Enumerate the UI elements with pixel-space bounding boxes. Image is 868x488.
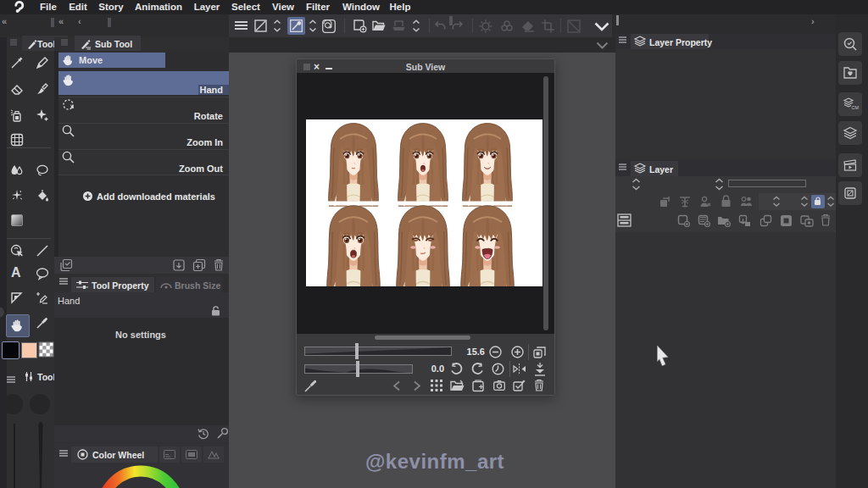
svg-text:CM: CM	[852, 105, 860, 110]
